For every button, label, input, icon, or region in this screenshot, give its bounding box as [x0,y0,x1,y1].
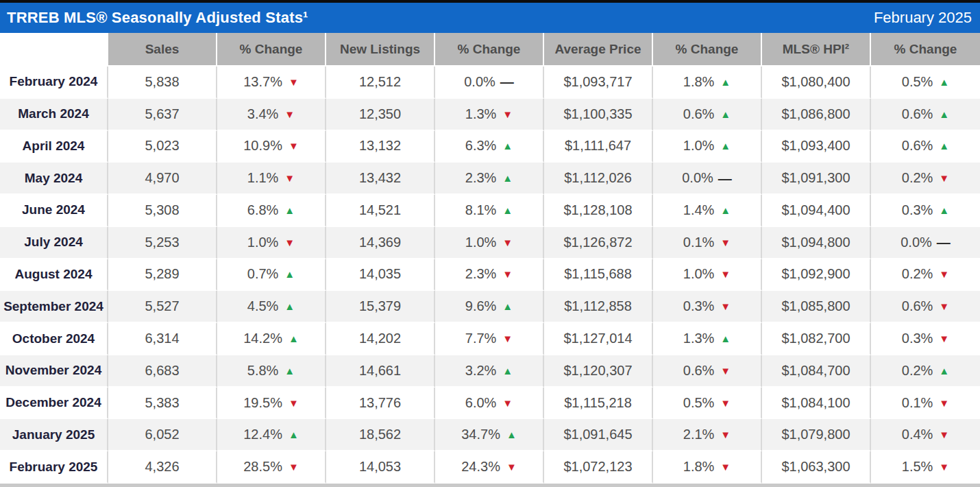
cell-value: 14,035 [359,266,401,282]
cell-value: $1,120,307 [563,363,632,379]
value-cell: $1,094,800 [762,227,871,259]
cell-value: 0.6% [902,298,933,314]
value-cell: 13,776 [326,388,435,420]
value-cell: $1,072,123 [544,451,653,484]
percent-change-cell: 0.6%▼ [653,355,762,388]
cell-value: 14.2% [243,331,282,346]
row-label: February 2024 [0,67,108,99]
value-cell: $1,093,400 [762,131,871,163]
cell-value: 0.3% [902,202,933,218]
cell-value: 14,369 [359,235,401,250]
value-cell: 12,350 [326,99,435,131]
cell-value: 0.6% [683,363,715,379]
cell-value: 0.6% [902,138,933,154]
down-triangle-icon: ▼ [720,269,731,279]
value-cell: $1,115,688 [544,259,653,292]
up-triangle-icon: ▲ [284,301,295,311]
percent-change-cell: 2.3%▼ [435,259,544,292]
cell-value: $1,094,800 [781,235,850,250]
row-label: December 2024 [0,388,108,420]
cell-value: 1.0% [247,235,279,250]
column-header-blank [0,33,108,67]
page-title: TRREB MLS® Seasonally Adjusted Stats¹ [7,9,308,27]
cell-value: 5,637 [145,106,179,122]
cell-value: $1,093,717 [563,74,632,90]
value-cell: 6,683 [108,355,217,388]
value-cell: $1,086,800 [762,99,871,131]
down-triangle-icon: ▼ [939,269,949,279]
report-period: February 2025 [874,9,972,27]
value-cell: $1,063,300 [762,451,871,484]
percent-change-cell: 2.3%▲ [435,163,544,195]
up-triangle-icon: ▲ [284,366,295,376]
cell-value: 15,379 [359,298,401,314]
cell-value: $1,080,400 [781,74,850,90]
down-triangle-icon: ▼ [939,398,949,408]
up-triangle-icon: ▲ [502,205,513,215]
cell-value: 4,326 [145,459,179,475]
cell-value: 1.0% [683,266,715,282]
up-triangle-icon: ▲ [939,77,949,87]
cell-value: 14,202 [359,331,401,346]
cell-value: 5,023 [145,138,179,154]
cell-value: $1,112,026 [564,170,632,186]
percent-change-cell: 1.0%▼ [217,227,326,259]
down-triangle-icon: ▼ [720,237,731,248]
cell-value: 12,350 [359,106,401,122]
cell-value: 10.9% [243,138,282,154]
cell-value: $1,115,688 [564,266,632,282]
up-triangle-icon: ▲ [939,109,949,119]
percent-change-cell: 1.0%▼ [435,227,544,259]
value-cell: $1,091,645 [544,419,653,451]
row-label: March 2024 [0,99,108,131]
cell-value: 19.5% [243,395,282,411]
cell-value: 28.5% [243,459,282,475]
cell-value: 13,432 [359,170,401,186]
down-triangle-icon: ▼ [284,237,295,248]
cell-value: 0.0% [464,74,495,90]
percent-change-cell: 3.2%▲ [435,355,544,388]
percent-change-cell: 0.6%▲ [871,131,980,163]
cell-value: 4.5% [247,298,279,314]
value-cell: 14,035 [326,259,435,292]
value-cell: 5,289 [108,259,217,292]
cell-value: 6.8% [247,202,279,218]
column-header: Average Price [544,33,653,67]
cell-value: $1,084,700 [781,363,850,379]
down-triangle-icon: ▼ [289,398,299,408]
column-header: % Change [435,33,544,67]
cell-value: $1,072,123 [563,459,632,475]
down-triangle-icon: ▼ [502,269,513,279]
up-triangle-icon: ▲ [939,141,949,151]
percent-change-cell: 4.5%▲ [217,291,326,323]
percent-change-cell: 5.8%▲ [217,355,326,388]
value-cell: $1,094,400 [762,195,871,227]
cell-value: $1,094,400 [781,202,850,218]
value-cell: 5,253 [108,227,217,259]
value-cell: 6,052 [108,419,217,451]
percent-change-cell: 0.3%▼ [871,323,980,355]
cell-value: 0.0% [901,235,932,250]
row-label: July 2024 [0,227,108,259]
up-triangle-icon: ▲ [502,301,513,311]
cell-value: 14,053 [359,459,401,475]
cell-value: 6,314 [145,331,179,346]
cell-value: 9.6% [465,298,497,314]
value-cell: 15,379 [326,291,435,323]
value-cell: 14,661 [326,355,435,388]
percent-change-cell: 19.5%▼ [217,388,326,420]
cell-value: 0.3% [683,298,715,314]
up-triangle-icon: ▲ [502,173,513,183]
value-cell: 13,432 [326,163,435,195]
down-triangle-icon: ▼ [502,109,513,119]
down-triangle-icon: ▼ [289,141,299,151]
percent-change-cell: 0.3%▲ [871,195,980,227]
up-triangle-icon: ▲ [720,141,731,151]
value-cell: $1,084,700 [762,355,871,388]
cell-value: $1,086,800 [781,106,850,122]
flat-dash-icon: — [937,235,951,249]
cell-value: 34.7% [461,427,500,442]
value-cell: $1,127,014 [544,323,653,355]
up-triangle-icon: ▲ [502,141,513,151]
percent-change-cell: 0.2%▼ [871,259,980,292]
